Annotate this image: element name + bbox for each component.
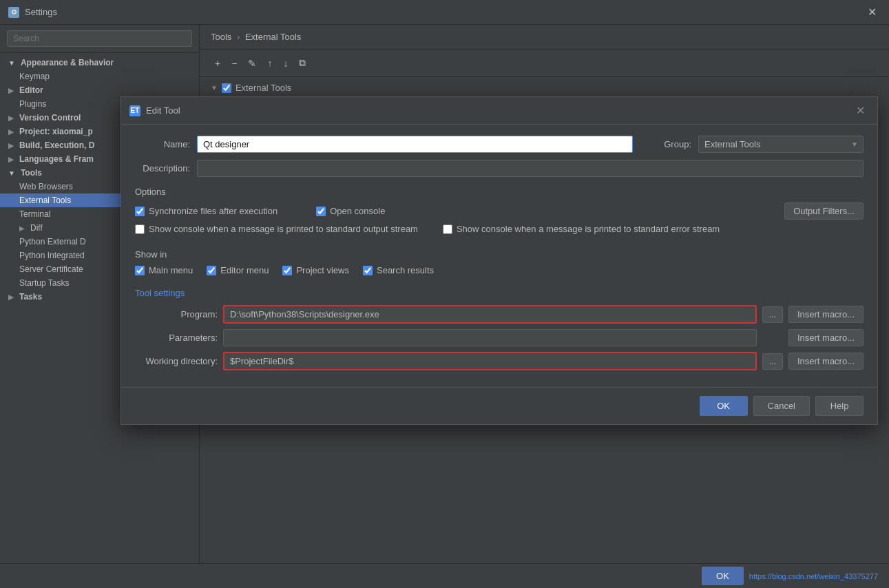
external-tools-label[interactable]: External Tools xyxy=(222,83,291,93)
sidebar-item-label: Startup Tasks xyxy=(19,278,69,288)
search-results-label: Search results xyxy=(377,265,434,275)
show-console-stdout-label[interactable]: Show console when a message is printed t… xyxy=(135,224,418,234)
show-console-stdout-checkbox[interactable] xyxy=(135,224,145,234)
sync-files-checkbox-label[interactable]: Synchronize files after execution xyxy=(135,206,278,216)
sidebar-item-label: Terminal xyxy=(19,209,50,219)
program-input[interactable] xyxy=(223,305,757,324)
options-row-1: Synchronize files after execution Open c… xyxy=(135,202,864,220)
sync-files-checkbox[interactable] xyxy=(135,207,145,216)
dialog-cancel-button[interactable]: Cancel xyxy=(753,396,810,416)
working-dir-browse-button[interactable]: ... xyxy=(762,353,783,370)
description-input[interactable] xyxy=(197,160,864,177)
show-in-search-results[interactable]: Search results xyxy=(363,265,434,275)
settings-window: ⚙ Settings ✕ ▼ Appearance & Behavior Key… xyxy=(0,0,889,588)
program-browse-button[interactable]: ... xyxy=(762,306,783,323)
breadcrumb: Tools › External Tools xyxy=(200,25,889,50)
working-dir-input[interactable] xyxy=(223,352,757,370)
name-input[interactable] xyxy=(197,136,633,153)
sidebar-item-label: Tools xyxy=(21,168,42,178)
search-input[interactable] xyxy=(7,30,192,47)
edit-button[interactable]: ✎ xyxy=(244,56,260,71)
sidebar-item-label: Build, Execution, D xyxy=(19,140,94,150)
titlebar-left: ⚙ Settings xyxy=(8,7,57,18)
add-button[interactable]: + xyxy=(211,56,224,71)
output-filters-button[interactable]: Output Filters... xyxy=(784,202,864,220)
bottom-bar: OK https://blog.csdn.net/weixin_43375277 xyxy=(0,563,889,588)
dialog-help-button[interactable]: Help xyxy=(815,396,864,416)
external-tools-section: ▼ External Tools xyxy=(200,77,889,98)
external-tools-checkbox[interactable] xyxy=(222,83,231,93)
external-tools-text: External Tools xyxy=(236,83,291,93)
settings-close-button[interactable]: ✕ xyxy=(864,4,881,20)
group-label: Group: xyxy=(653,139,691,149)
show-console-stderr-label[interactable]: Show console when a message is printed t… xyxy=(443,224,720,234)
move-down-button[interactable]: ↓ xyxy=(279,56,292,71)
bottom-ok-button[interactable]: OK xyxy=(702,567,744,585)
move-up-button[interactable]: ↑ xyxy=(263,56,276,71)
open-console-label: Open console xyxy=(330,206,385,216)
show-in-title: Show in xyxy=(135,249,864,260)
show-in-editor-menu[interactable]: Editor menu xyxy=(207,265,269,275)
show-in-main-menu[interactable]: Main menu xyxy=(135,265,193,275)
arrow-icon: ▶ xyxy=(8,156,14,163)
project-views-checkbox[interactable] xyxy=(282,266,292,275)
parameters-row: Parameters: ... Insert macro... xyxy=(135,329,864,346)
show-console-stderr-checkbox[interactable] xyxy=(443,224,452,234)
sidebar-item-label: Server Certificate xyxy=(19,264,83,274)
options-title: Options xyxy=(135,187,864,197)
open-console-checkbox[interactable] xyxy=(316,207,326,216)
sidebar-item-label: Languages & Fram xyxy=(19,154,94,164)
dialog-title-left: ET Edit Tool xyxy=(129,105,180,116)
sidebar-item-label: Tasks xyxy=(19,292,42,302)
arrow-icon: ▼ xyxy=(8,59,15,67)
settings-icon: ⚙ xyxy=(8,7,19,18)
bottom-link[interactable]: https://blog.csdn.net/weixin_43375277 xyxy=(749,572,878,580)
sidebar-item-label: Version Control xyxy=(19,113,81,123)
dialog-footer: OK Cancel Help xyxy=(121,387,877,424)
parameters-input[interactable] xyxy=(223,329,757,346)
program-insert-macro-button[interactable]: Insert macro... xyxy=(788,306,864,323)
search-results-checkbox[interactable] xyxy=(363,266,373,275)
sidebar-item-label: Plugins xyxy=(19,99,46,109)
editor-menu-checkbox[interactable] xyxy=(207,266,216,275)
remove-button[interactable]: − xyxy=(227,56,241,71)
open-console-checkbox-label[interactable]: Open console xyxy=(316,206,385,216)
arrow-icon: ▶ xyxy=(19,224,25,232)
show-in-project-views[interactable]: Project views xyxy=(282,265,349,275)
breadcrumb-separator: › xyxy=(237,32,242,42)
toolbar: + − ✎ ↑ ↓ ⧉ xyxy=(200,50,889,77)
sidebar-item-label: External Tools xyxy=(19,196,71,205)
sidebar-item-editor[interactable]: ▶ Editor xyxy=(0,83,199,97)
group-select[interactable]: External Tools xyxy=(698,136,864,153)
main-menu-label: Main menu xyxy=(149,265,193,275)
sync-files-label: Synchronize files after execution xyxy=(149,206,278,216)
main-menu-checkbox[interactable] xyxy=(135,266,145,275)
breadcrumb-part1: Tools xyxy=(211,32,231,42)
sidebar-item-label: Diff xyxy=(30,223,43,233)
parameters-insert-macro-button[interactable]: Insert macro... xyxy=(788,329,864,346)
edit-tool-dialog: ET Edit Tool ✕ Name: Group: External Too… xyxy=(121,96,878,425)
name-label: Name: xyxy=(135,139,190,149)
program-row: Program: ... Insert macro... xyxy=(135,305,864,324)
working-dir-insert-macro-button[interactable]: Insert macro... xyxy=(788,353,864,370)
dialog-close-button[interactable]: ✕ xyxy=(852,103,869,118)
project-views-label: Project views xyxy=(296,265,349,275)
expand-arrow-icon: ▼ xyxy=(211,84,218,92)
description-label: Description: xyxy=(135,163,190,174)
show-in-row: Main menu Editor menu Project views Sear… xyxy=(135,265,864,275)
options-row-2: Show console when a message is printed t… xyxy=(135,224,864,234)
arrow-icon: ▼ xyxy=(8,169,15,177)
sidebar-item-appearance[interactable]: ▼ Appearance & Behavior xyxy=(0,56,199,70)
sidebar-item-keymap[interactable]: Keymap xyxy=(0,70,199,83)
show-console-stderr-text: Show console when a message is printed t… xyxy=(457,224,720,234)
tool-settings-title: Tool settings xyxy=(135,288,864,298)
dialog-body: Name: Group: External Tools Description:… xyxy=(121,125,877,387)
dialog-titlebar: ET Edit Tool ✕ xyxy=(121,97,877,125)
copy-button[interactable]: ⧉ xyxy=(295,55,310,71)
working-dir-label: Working directory: xyxy=(135,356,218,366)
show-in-section: Show in Main menu Editor menu Project vi… xyxy=(135,249,864,275)
working-dir-row: Working directory: ... Insert macro... xyxy=(135,352,864,370)
dialog-ok-button[interactable]: OK xyxy=(700,396,748,416)
sidebar-item-label: Web Browsers xyxy=(19,182,73,191)
settings-title: Settings xyxy=(25,7,57,17)
